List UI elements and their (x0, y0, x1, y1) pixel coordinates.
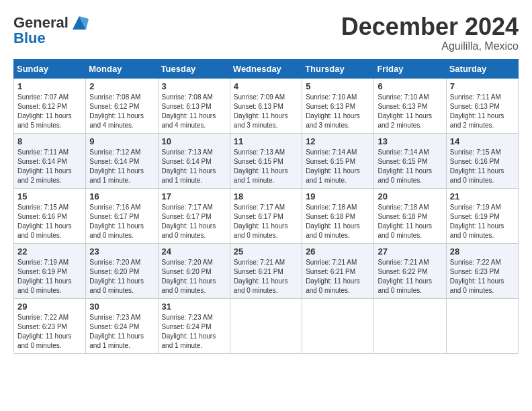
day-number: 9 (89, 136, 154, 146)
calendar-cell: 31Sunrise: 7:23 AMSunset: 6:24 PMDayligh… (158, 298, 230, 353)
day-number: 11 (234, 136, 298, 146)
calendar-cell: 14Sunrise: 7:15 AMSunset: 6:16 PMDayligh… (446, 133, 518, 188)
col-monday: Monday (86, 59, 158, 78)
col-friday: Friday (374, 59, 446, 78)
day-number: 7 (450, 81, 515, 91)
calendar-week-row: 8Sunrise: 7:11 AMSunset: 6:14 PMDaylight… (14, 133, 519, 188)
cell-info: Sunrise: 7:10 AMSunset: 6:13 PMDaylight:… (306, 93, 370, 130)
calendar-cell: 16Sunrise: 7:16 AMSunset: 6:17 PMDayligh… (86, 188, 158, 243)
day-number: 15 (17, 191, 82, 201)
calendar-cell: 7Sunrise: 7:11 AMSunset: 6:13 PMDaylight… (446, 78, 518, 133)
cell-info: Sunrise: 7:22 AMSunset: 6:23 PMDaylight:… (17, 313, 82, 351)
day-number: 28 (450, 246, 515, 257)
calendar-week-row: 22Sunrise: 7:19 AMSunset: 6:19 PMDayligh… (14, 243, 519, 298)
cell-info: Sunrise: 7:12 AMSunset: 6:14 PMDaylight:… (89, 148, 154, 185)
calendar-cell: 19Sunrise: 7:18 AMSunset: 6:18 PMDayligh… (302, 188, 374, 243)
cell-info: Sunrise: 7:15 AMSunset: 6:16 PMDaylight:… (450, 148, 515, 185)
calendar-empty-cell (302, 298, 374, 353)
calendar-cell: 4Sunrise: 7:09 AMSunset: 6:13 PMDaylight… (230, 78, 302, 133)
cell-info: Sunrise: 7:20 AMSunset: 6:20 PMDaylight:… (89, 258, 154, 295)
calendar-cell: 26Sunrise: 7:21 AMSunset: 6:21 PMDayligh… (302, 243, 374, 298)
calendar-cell: 9Sunrise: 7:12 AMSunset: 6:14 PMDaylight… (86, 133, 158, 188)
day-number: 20 (378, 191, 442, 201)
calendar-empty-cell (374, 298, 446, 353)
calendar-cell: 27Sunrise: 7:21 AMSunset: 6:22 PMDayligh… (374, 243, 446, 298)
day-number: 4 (234, 81, 298, 91)
calendar-cell: 23Sunrise: 7:20 AMSunset: 6:20 PMDayligh… (86, 243, 158, 298)
day-number: 16 (89, 191, 154, 201)
cell-info: Sunrise: 7:22 AMSunset: 6:23 PMDaylight:… (450, 258, 515, 295)
cell-info: Sunrise: 7:15 AMSunset: 6:16 PMDaylight:… (17, 203, 82, 240)
calendar-table: Sunday Monday Tuesday Wednesday Thursday… (13, 59, 519, 354)
cell-info: Sunrise: 7:11 AMSunset: 6:14 PMDaylight:… (17, 148, 82, 185)
calendar-cell: 20Sunrise: 7:18 AMSunset: 6:18 PMDayligh… (374, 188, 446, 243)
day-number: 25 (234, 246, 298, 257)
cell-info: Sunrise: 7:20 AMSunset: 6:20 PMDaylight:… (162, 258, 226, 295)
cell-info: Sunrise: 7:21 AMSunset: 6:22 PMDaylight:… (378, 258, 442, 295)
calendar-cell: 12Sunrise: 7:14 AMSunset: 6:15 PMDayligh… (302, 133, 374, 188)
day-number: 3 (162, 81, 226, 91)
calendar-cell: 3Sunrise: 7:08 AMSunset: 6:13 PMDaylight… (158, 78, 230, 133)
day-number: 18 (234, 191, 298, 201)
cell-info: Sunrise: 7:14 AMSunset: 6:15 PMDaylight:… (306, 148, 370, 185)
cell-info: Sunrise: 7:13 AMSunset: 6:15 PMDaylight:… (234, 148, 298, 185)
cell-info: Sunrise: 7:21 AMSunset: 6:21 PMDaylight:… (234, 258, 298, 295)
day-number: 12 (306, 136, 370, 146)
col-thursday: Thursday (302, 59, 374, 78)
location-title: Aguililla, Mexico (341, 40, 519, 52)
day-number: 17 (162, 191, 226, 201)
calendar-cell: 2Sunrise: 7:08 AMSunset: 6:12 PMDaylight… (86, 78, 158, 133)
calendar-cell: 21Sunrise: 7:19 AMSunset: 6:19 PMDayligh… (446, 188, 518, 243)
cell-info: Sunrise: 7:17 AMSunset: 6:17 PMDaylight:… (234, 203, 298, 240)
cell-info: Sunrise: 7:09 AMSunset: 6:13 PMDaylight:… (234, 93, 298, 130)
day-number: 8 (17, 136, 82, 146)
col-sunday: Sunday (14, 59, 86, 78)
calendar-cell: 6Sunrise: 7:10 AMSunset: 6:13 PMDaylight… (374, 78, 446, 133)
calendar-cell: 28Sunrise: 7:22 AMSunset: 6:23 PMDayligh… (446, 243, 518, 298)
cell-info: Sunrise: 7:07 AMSunset: 6:12 PMDaylight:… (17, 93, 82, 130)
calendar-cell: 5Sunrise: 7:10 AMSunset: 6:13 PMDaylight… (302, 78, 374, 133)
cell-info: Sunrise: 7:19 AMSunset: 6:19 PMDaylight:… (17, 258, 82, 295)
cell-info: Sunrise: 7:14 AMSunset: 6:15 PMDaylight:… (378, 148, 442, 185)
cell-info: Sunrise: 7:17 AMSunset: 6:17 PMDaylight:… (162, 203, 226, 240)
day-number: 27 (378, 246, 442, 257)
day-number: 23 (89, 246, 154, 257)
cell-info: Sunrise: 7:18 AMSunset: 6:18 PMDaylight:… (306, 203, 370, 240)
calendar-cell: 13Sunrise: 7:14 AMSunset: 6:15 PMDayligh… (374, 133, 446, 188)
calendar-week-row: 1Sunrise: 7:07 AMSunset: 6:12 PMDaylight… (14, 78, 519, 133)
day-number: 29 (17, 302, 82, 312)
page-header: General Blue December 2024 Aguililla, Me… (13, 13, 519, 52)
cell-info: Sunrise: 7:10 AMSunset: 6:13 PMDaylight:… (378, 93, 442, 130)
day-number: 13 (378, 136, 442, 146)
calendar-cell: 17Sunrise: 7:17 AMSunset: 6:17 PMDayligh… (158, 188, 230, 243)
cell-info: Sunrise: 7:18 AMSunset: 6:18 PMDaylight:… (378, 203, 442, 240)
logo: General Blue (13, 13, 89, 47)
calendar-week-row: 29Sunrise: 7:22 AMSunset: 6:23 PMDayligh… (14, 298, 519, 353)
col-saturday: Saturday (446, 59, 518, 78)
cell-info: Sunrise: 7:11 AMSunset: 6:13 PMDaylight:… (450, 93, 515, 130)
calendar-header-row: Sunday Monday Tuesday Wednesday Thursday… (14, 59, 519, 78)
day-number: 2 (89, 81, 154, 91)
col-tuesday: Tuesday (158, 59, 230, 78)
day-number: 21 (450, 191, 515, 201)
day-number: 30 (89, 302, 154, 312)
calendar-cell: 24Sunrise: 7:20 AMSunset: 6:20 PMDayligh… (158, 243, 230, 298)
calendar-cell: 22Sunrise: 7:19 AMSunset: 6:19 PMDayligh… (14, 243, 86, 298)
cell-info: Sunrise: 7:16 AMSunset: 6:17 PMDaylight:… (89, 203, 154, 240)
calendar-cell: 10Sunrise: 7:13 AMSunset: 6:14 PMDayligh… (158, 133, 230, 188)
day-number: 14 (450, 136, 515, 146)
col-wednesday: Wednesday (230, 59, 302, 78)
calendar-cell: 25Sunrise: 7:21 AMSunset: 6:21 PMDayligh… (230, 243, 302, 298)
calendar-week-row: 15Sunrise: 7:15 AMSunset: 6:16 PMDayligh… (14, 188, 519, 243)
calendar-empty-cell (230, 298, 302, 353)
day-number: 19 (306, 191, 370, 201)
calendar-cell: 30Sunrise: 7:23 AMSunset: 6:24 PMDayligh… (86, 298, 158, 353)
cell-info: Sunrise: 7:13 AMSunset: 6:14 PMDaylight:… (162, 148, 226, 185)
day-number: 22 (17, 246, 82, 257)
calendar-cell: 18Sunrise: 7:17 AMSunset: 6:17 PMDayligh… (230, 188, 302, 243)
cell-info: Sunrise: 7:21 AMSunset: 6:21 PMDaylight:… (306, 258, 370, 295)
day-number: 10 (162, 136, 226, 146)
calendar-cell: 15Sunrise: 7:15 AMSunset: 6:16 PMDayligh… (14, 188, 86, 243)
calendar-cell: 29Sunrise: 7:22 AMSunset: 6:23 PMDayligh… (14, 298, 86, 353)
day-number: 24 (162, 246, 226, 257)
